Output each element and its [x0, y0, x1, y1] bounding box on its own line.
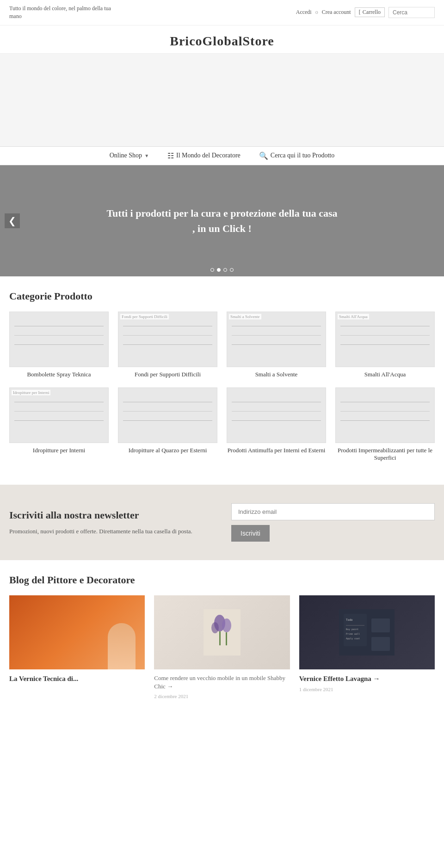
category-card-antimuffa[interactable]: Prodotti Antimuffa per Interni ed Estern…	[227, 387, 326, 462]
flowers-svg	[204, 609, 240, 656]
newsletter-title: Iscriviti alla nostra newsletter	[9, 509, 213, 522]
category-img-impermeabilizzanti	[335, 387, 435, 443]
nav-online-shop-label: Online Shop	[110, 152, 142, 159]
search-icon: 🔍	[259, 151, 268, 160]
tagline: Tutto il mondo del colore, nel palmo del…	[9, 5, 111, 20]
svg-text:Todo: Todo	[346, 618, 353, 621]
chevron-down-icon: ▼	[144, 153, 149, 158]
image-icon: ☷	[167, 151, 174, 160]
category-name-fondi: Fondi per Supporti Difficili	[135, 371, 201, 378]
login-link[interactable]: Accedi	[296, 9, 312, 16]
svg-text:Buy paint: Buy paint	[346, 628, 358, 631]
category-img-bombolette	[9, 312, 109, 367]
newsletter-left: Iscriviti alla nostra newsletter Promozi…	[9, 509, 213, 536]
hero-text: Tutti i prodotti per la cura e protezion…	[106, 206, 338, 236]
banner-image	[0, 54, 444, 146]
blog-date-2: 2 dicembre 2021	[154, 693, 290, 699]
categories-section: Categorie Prodotto Bombolette Spray Tekn…	[0, 276, 444, 485]
blog-title: Blog del Pittore e Decoratore	[9, 574, 435, 586]
svg-text:Apply coat: Apply coat	[346, 637, 360, 640]
slider-dots	[210, 268, 234, 272]
svg-point-2	[222, 618, 231, 632]
category-card-smalti-acqua[interactable]: Smalti All'Acqua Smalti All'Acqua	[335, 312, 435, 378]
cart-label: Carrello	[363, 9, 381, 16]
cart-button[interactable]: [ Carrello	[355, 7, 385, 17]
main-nav: Online Shop ▼ ☷ Il Mondo del Decoratore …	[0, 146, 444, 165]
blog-img-orange	[9, 595, 145, 669]
svg-text:Prime wall: Prime wall	[346, 632, 360, 635]
categories-grid-row2: Idropitture per Interni Idropitture per …	[9, 387, 435, 462]
slider-dot-2[interactable]	[217, 268, 221, 272]
blog-grid: La Vernice Tecnica di... Come rendere un…	[9, 595, 435, 699]
category-card-bombolette[interactable]: Bombolette Spray Teknica	[9, 312, 109, 378]
logo-area: BricoGlobalStore	[0, 25, 444, 54]
newsletter-description: Promozioni, nuovi prodotti e offerte. Di…	[9, 527, 213, 536]
category-name-smalti-solvente: Smalti a Solvente	[255, 371, 298, 378]
svg-rect-8	[371, 618, 390, 632]
nav-cerca-prodotto-label: Cerca qui il tuo Prodotto	[271, 152, 334, 159]
slider-dot-3[interactable]	[223, 268, 227, 272]
newsletter-section: Iscriviti alla nostra newsletter Promozi…	[0, 485, 444, 560]
blog-img-flowers	[154, 595, 290, 669]
blog-card-3: Todo Buy paint Prime wall Apply coat Ver…	[299, 595, 435, 699]
svg-point-3	[211, 622, 219, 633]
category-name-smalti-acqua: Smalti All'Acqua	[364, 371, 406, 378]
category-name-idropitture-interni: Idropitture per Interni	[33, 447, 85, 454]
slider-dot-1[interactable]	[210, 268, 214, 272]
categories-title: Categorie Prodotto	[9, 290, 435, 302]
category-name-idropitture-quarzo: Idropitture al Quarzo per Esterni	[129, 447, 207, 454]
create-account-link[interactable]: Crea account	[322, 9, 351, 16]
category-img-idropitture-quarzo	[118, 387, 217, 443]
hand-decoration	[108, 623, 136, 669]
category-name-impermeabilizzanti: Prodotti Impermeabilizzanti per tutte le…	[335, 447, 435, 462]
categories-grid-row1: Bombolette Spray Teknica Fondi per Suppo…	[9, 312, 435, 378]
svg-rect-5	[226, 632, 227, 645]
nav-online-shop[interactable]: Online Shop ▼	[110, 152, 149, 159]
blog-card-2: Come rendere un vecchio mobile in un mob…	[154, 595, 290, 699]
category-img-idropitture-interni: Idropitture per Interni	[9, 387, 109, 443]
slider-prev-button[interactable]: ❮	[5, 213, 20, 228]
top-bar: Tutto il mondo del colore, nel palmo del…	[0, 0, 444, 25]
svg-rect-9	[371, 637, 390, 651]
cart-bracket-icon: [	[359, 9, 361, 16]
category-img-smalti-acqua: Smalti All'Acqua	[335, 312, 435, 367]
newsletter-right: Iscriviti	[231, 503, 435, 542]
category-img-fondi: Fondi per Supporti Difficili	[118, 312, 217, 367]
nav-mondo-decoratore[interactable]: ☷ Il Mondo del Decoratore	[167, 151, 240, 160]
blog-post-title-2[interactable]: Come rendere un vecchio mobile in un mob…	[154, 674, 290, 691]
nav-mondo-decoratore-label: Il Mondo del Decoratore	[176, 152, 240, 159]
category-card-idropitture-quarzo[interactable]: Idropitture al Quarzo per Esterni	[118, 387, 217, 462]
blog-section: Blog del Pittore e Decoratore La Vernice…	[0, 560, 444, 713]
category-name-bombolette: Bombolette Spray Teknica	[27, 371, 91, 378]
svg-rect-4	[219, 631, 221, 645]
category-img-antimuffa	[227, 387, 326, 443]
category-card-smalti-solvente[interactable]: Smalti a Solvente Smalti a Solvente	[227, 312, 326, 378]
slider-dot-4[interactable]	[230, 268, 234, 272]
site-logo[interactable]: BricoGlobalStore	[0, 34, 444, 49]
sep1: o	[315, 9, 318, 16]
chalk-svg: Todo Buy paint Prime wall Apply coat	[339, 609, 395, 656]
blog-card-1: La Vernice Tecnica di...	[9, 595, 145, 699]
newsletter-email-input[interactable]	[231, 503, 435, 520]
nav-cerca-prodotto[interactable]: 🔍 Cerca qui il tuo Prodotto	[259, 151, 334, 160]
search-input[interactable]	[388, 7, 435, 18]
category-name-antimuffa: Prodotti Antimuffa per Interni ed Estern…	[228, 447, 326, 454]
top-bar-right: Accedi o Crea account [ Carrello	[296, 7, 435, 18]
blog-img-chalk: Todo Buy paint Prime wall Apply coat	[299, 595, 435, 669]
category-card-idropitture-interni[interactable]: Idropitture per Interni Idropitture per …	[9, 387, 109, 462]
category-card-fondi[interactable]: Fondi per Supporti Difficili Fondi per S…	[118, 312, 217, 378]
blog-post-title-3[interactable]: Vernice Effetto Lavagna →	[299, 674, 435, 684]
newsletter-subscribe-button[interactable]: Iscriviti	[231, 525, 270, 542]
category-img-smalti-solvente: Smalti a Solvente	[227, 312, 326, 367]
blog-date-3: 1 dicembre 2021	[299, 687, 435, 692]
blog-post-title-1[interactable]: La Vernice Tecnica di...	[9, 674, 145, 684]
hero-slider: ❮ Tutti i prodotti per la cura e protezi…	[0, 165, 444, 276]
category-card-impermeabilizzanti[interactable]: Prodotti Impermeabilizzanti per tutte le…	[335, 387, 435, 462]
